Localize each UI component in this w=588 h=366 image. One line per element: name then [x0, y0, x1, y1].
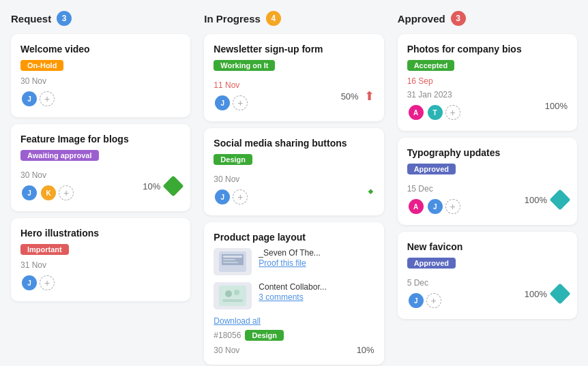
avatar: A	[407, 198, 425, 215]
proof-link[interactable]: Proof this file	[259, 258, 306, 268]
date-hero-illustrations: 31 Nov	[20, 260, 181, 270]
column-count-approved: 3	[451, 11, 466, 26]
date-product-page: 30 Nov	[214, 346, 239, 355]
add-assignee-button[interactable]: +	[233, 95, 248, 110]
avatars-hero-illustrations: J +	[20, 274, 55, 292]
avatars-new-favicon: J +	[407, 292, 441, 309]
svg-rect-2	[223, 256, 242, 258]
avatar: J	[20, 90, 38, 108]
column-in-progress: In Progress 4 Newsletter sign-up form Wo…	[204, 11, 383, 366]
tag-approved-favicon: Approved	[407, 258, 456, 269]
tag-on-hold: On-Hold	[20, 60, 63, 71]
avatar: J	[407, 292, 425, 309]
add-assignee-button[interactable]: +	[40, 275, 55, 290]
card-typography: Typography updates Approved 15 Dec A J +…	[398, 138, 577, 225]
card-title-product-page: Product page layout	[214, 232, 374, 243]
column-approved: Approved 3 Photos for company bios Accep…	[398, 11, 577, 366]
footer-feature-image: 30 Nov J K + 10%	[20, 170, 181, 202]
footer-welcome-video: J +	[20, 90, 181, 108]
attachment-info-2: Content Collabor... 3 comments	[259, 282, 326, 302]
attachment-row-1: _Seven Of The... Proof this file	[214, 248, 374, 275]
date-welcome-video: 30 Nov	[20, 76, 181, 86]
kanban-board: Request 3 Welcome video On-Hold 30 Nov J…	[11, 11, 577, 366]
percent-product-page: 10%	[357, 345, 374, 355]
card-welcome-video: Welcome video On-Hold 30 Nov J +	[11, 34, 190, 117]
column-header-in-progress: In Progress 4	[204, 11, 383, 26]
tag-design: Design	[214, 154, 252, 165]
card-title-photos-bios: Photos for company bios	[407, 44, 568, 55]
card-title-newsletter: Newsletter sign-up form	[214, 44, 374, 55]
column-count-request: 3	[57, 11, 72, 26]
avatar: A	[407, 104, 425, 121]
date-social-media: 30 Nov	[214, 174, 248, 184]
attachment-name-2: Content Collabor...	[259, 282, 326, 292]
percent-new-favicon: 100%	[525, 289, 547, 299]
card-hero-illustrations: Hero illustrations Important 31 Nov J +	[11, 218, 190, 301]
attachment-thumb-1	[214, 248, 252, 275]
avatars-feature-image: J K +	[20, 184, 74, 202]
column-title-request: Request	[11, 13, 51, 25]
svg-rect-5	[219, 286, 246, 306]
status-icon-diamond-teal	[549, 189, 570, 210]
add-assignee-button[interactable]: +	[426, 293, 441, 308]
date-new-favicon: 5 Dec	[407, 278, 441, 288]
column-title-in-progress: In Progress	[204, 13, 261, 25]
avatars-typography: A J +	[407, 198, 460, 215]
tag-accepted: Accepted	[407, 60, 455, 71]
add-assignee-button[interactable]: +	[40, 91, 55, 106]
date-red-photos: 16 Sep	[407, 76, 568, 86]
percent-feature-image: 10%	[143, 181, 160, 192]
dots-icon: ⬥	[367, 183, 374, 198]
card-title-new-favicon: New favicon	[407, 241, 568, 252]
card-feature-image: Feature Image for blogs Awaiting approva…	[11, 124, 190, 211]
comments-link[interactable]: 3 comments	[259, 292, 303, 302]
date-newsletter: 11 Nov	[214, 80, 248, 90]
footer-social-media: 30 Nov J + ⬥	[214, 174, 374, 206]
card-product-page: Product page layout _Seven Of The... Pro…	[204, 222, 383, 365]
up-arrow-icon: ⬆	[364, 89, 374, 104]
avatar: J	[20, 274, 38, 292]
footer-photos-bios: 31 Jan 2023 A T + 100%	[407, 90, 568, 121]
attachment-thumb-2	[214, 282, 252, 309]
avatar: K	[40, 184, 57, 202]
column-title-approved: Approved	[398, 13, 445, 25]
svg-point-6	[225, 290, 232, 297]
date-feature-image: 30 Nov	[20, 170, 74, 180]
card-title-feature-image: Feature Image for blogs	[20, 134, 181, 144]
card-title-social-media: Social media sharing buttons	[214, 138, 374, 149]
status-icon-diamond-green	[163, 175, 184, 196]
column-count-in-progress: 4	[266, 11, 281, 26]
card-social-media: Social media sharing buttons Design 30 N…	[204, 128, 383, 215]
percent-newsletter: 50%	[341, 91, 359, 102]
add-assignee-button[interactable]: +	[445, 199, 460, 214]
attachment-info-1: _Seven Of The... Proof this file	[259, 248, 321, 268]
card-title-hero-illustrations: Hero illustrations	[20, 228, 181, 239]
date-typography: 15 Dec	[407, 184, 460, 194]
card-new-favicon: New favicon Approved 5 Dec J + 100%	[398, 232, 577, 319]
footer-hero-illustrations: J +	[20, 274, 181, 292]
add-assignee-button[interactable]: +	[59, 185, 74, 200]
attachment-row-2: Content Collabor... 3 comments	[214, 282, 374, 309]
avatar: J	[214, 188, 231, 206]
avatars-newsletter: J +	[214, 94, 248, 112]
svg-rect-8	[222, 299, 243, 302]
status-icon-diamond-teal-2	[549, 283, 570, 304]
date-photos-bios: 31 Jan 2023	[407, 90, 460, 100]
avatar: T	[426, 104, 444, 121]
column-request: Request 3 Welcome video On-Hold 30 Nov J…	[11, 11, 190, 366]
add-assignee-button[interactable]: +	[445, 105, 460, 120]
add-assignee-button[interactable]: +	[233, 189, 248, 204]
avatars-welcome-video: J +	[20, 90, 55, 108]
download-all-link[interactable]: Download all	[214, 316, 374, 326]
attachment-name-1: _Seven Of The...	[259, 248, 321, 258]
percent-typography: 100%	[525, 195, 547, 205]
card-newsletter: Newsletter sign-up form Working on It 11…	[204, 34, 383, 121]
card-title-welcome-video: Welcome video	[20, 44, 181, 55]
footer-new-favicon: 5 Dec J + 100%	[407, 278, 568, 309]
tag-working-on-it: Working on It	[214, 60, 275, 71]
bottom-tag-row: #18056 Design	[214, 330, 374, 341]
tag-design-bottom: Design	[245, 330, 284, 341]
tag-awaiting-approval: Awaiting approval	[20, 150, 99, 161]
svg-rect-4	[223, 262, 238, 263]
avatar: J	[426, 198, 444, 215]
